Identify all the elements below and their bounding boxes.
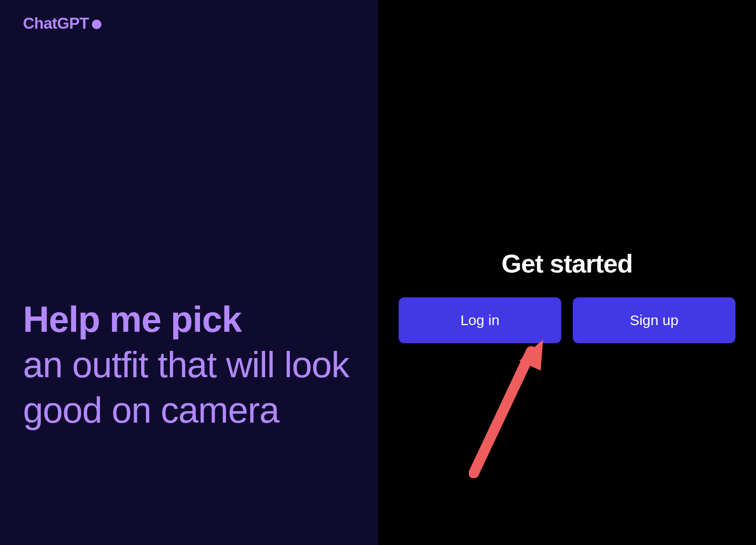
login-button[interactable]: Log in xyxy=(399,297,561,343)
get-started-heading: Get started xyxy=(501,249,633,278)
signup-button[interactable]: Sign up xyxy=(573,297,735,343)
prompt-heading: Help me pick xyxy=(23,296,349,342)
annotation-arrow-icon xyxy=(469,339,545,478)
prompt-body: an outfit that will look good on camera xyxy=(23,342,349,433)
left-marketing-panel: ChatGPT Help me pick an outfit that will… xyxy=(0,0,378,545)
logo: ChatGPT xyxy=(23,14,355,33)
logo-dot-icon xyxy=(92,20,101,29)
example-prompt: Help me pick an outfit that will look go… xyxy=(23,296,349,433)
auth-panel: Get started Log in Sign up xyxy=(378,0,756,545)
auth-buttons-row: Log in Sign up xyxy=(399,297,735,343)
svg-marker-2 xyxy=(519,339,543,371)
svg-line-1 xyxy=(474,351,531,473)
logo-text: ChatGPT xyxy=(23,14,89,33)
